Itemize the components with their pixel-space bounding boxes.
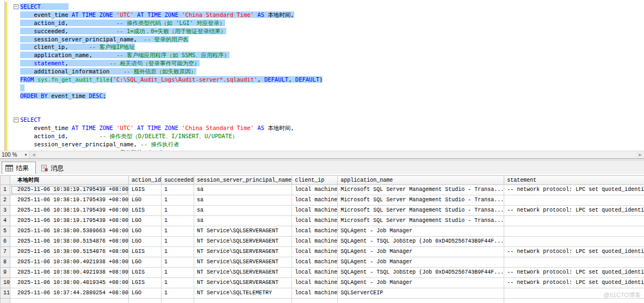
grid-corner-header[interactable] <box>1 176 10 185</box>
grid-cell-action_id[interactable]: LGIS <box>129 278 162 288</box>
grid-cell-time[interactable]: 2025-11-06 10:38:19.1795439 +08:00 <box>10 206 129 216</box>
grid-cell-application_name[interactable]: SQLServerCEIP <box>338 288 504 299</box>
row-number[interactable] <box>1 299 10 303</box>
grid-cell-action_id[interactable]: LGO <box>129 237 162 247</box>
row-number[interactable]: 5 <box>1 226 10 237</box>
grid-cell-client_ip[interactable]: local machine <box>292 206 338 216</box>
grid-cell-statement[interactable] <box>504 237 644 247</box>
grid-cell-session[interactable] <box>194 299 292 303</box>
row-number[interactable]: 8 <box>1 257 10 268</box>
grid-cell-session[interactable]: sa <box>194 185 292 195</box>
column-header-time[interactable]: 本地时间 <box>10 176 129 185</box>
grid-cell-statement[interactable] <box>504 257 644 268</box>
sql-code[interactable]: −SELECT event_time AT TIME ZONE 'UTC' AT… <box>20 3 323 151</box>
row-number[interactable]: 2 <box>1 195 10 206</box>
grid-cell-succeeded[interactable]: 1 <box>162 288 194 299</box>
column-header-client_ip[interactable]: client_ip <box>292 176 338 185</box>
scroll-right-icon[interactable]: ▶ <box>636 151 644 158</box>
grid-cell-action_id[interactable]: LGIS <box>129 268 162 278</box>
column-header-action_id[interactable]: action_id <box>129 176 162 185</box>
grid-cell-action_id[interactable]: LGO <box>129 288 162 299</box>
grid-cell-application_name[interactable]: Microsoft SQL Server Management Studio -… <box>338 185 504 195</box>
row-number[interactable]: 1 <box>1 185 10 195</box>
grid-cell-time[interactable] <box>10 299 129 303</box>
grid-cell-statement[interactable] <box>504 195 644 206</box>
grid-cell-action_id[interactable]: LGIS <box>129 206 162 216</box>
grid-cell-succeeded[interactable] <box>162 299 194 303</box>
grid-cell-client_ip[interactable]: local machine <box>292 237 338 247</box>
grid-cell-succeeded[interactable]: 1 <box>162 195 194 206</box>
grid-cell-session[interactable]: NT Service\SQLSERVERAGENT <box>194 226 292 237</box>
grid-cell-statement[interactable] <box>504 216 644 226</box>
row-number[interactable]: 11 <box>1 288 10 299</box>
column-header-succeeded[interactable]: succeeded <box>162 176 194 185</box>
grid-cell-succeeded[interactable]: 1 <box>162 185 194 195</box>
grid-cell-session[interactable]: sa <box>194 206 292 216</box>
fold-collapse-icon[interactable]: − <box>14 4 18 9</box>
grid-cell-session[interactable]: NT Service\SQLSERVERAGENT <box>194 268 292 278</box>
grid-cell-application_name[interactable]: SQLAgent - Job Manager <box>338 247 504 257</box>
grid-cell-time[interactable]: 2025-11-06 10:38:00.4819345 +08:00 <box>10 278 129 288</box>
grid-cell-client_ip[interactable]: local machine <box>292 185 338 195</box>
grid-cell-session[interactable]: sa <box>194 216 292 226</box>
grid-cell-succeeded[interactable]: 1 <box>162 206 194 216</box>
grid-cell-client_ip[interactable]: local machine <box>292 216 338 226</box>
grid-cell-application_name[interactable] <box>338 299 504 303</box>
grid-cell-action_id[interactable]: LGO <box>129 216 162 226</box>
grid-cell-application_name[interactable]: SQLAgent - TSQL JobStep (Job 0xD4D525674… <box>338 268 504 278</box>
grid-cell-session[interactable]: NT Service\SQLSERVERAGENT <box>194 237 292 247</box>
grid-cell-action_id[interactable]: LGO <box>129 226 162 237</box>
grid-cell-application_name[interactable]: Microsoft SQL Server Management Studio -… <box>338 206 504 216</box>
row-number[interactable]: 10 <box>1 278 10 288</box>
grid-cell-application_name[interactable]: SQLAgent - Job Manager <box>338 226 504 237</box>
grid-cell-time[interactable]: 2025-11-06 10:38:19.1795439 +08:00 <box>10 195 129 206</box>
grid-cell-statement[interactable]: -- network protocol: LPC set quoted_iden… <box>504 278 644 288</box>
tab-results[interactable]: 结果 <box>2 162 36 174</box>
grid-cell-action_id[interactable]: LGIS <box>129 247 162 257</box>
grid-cell-succeeded[interactable]: 1 <box>162 237 194 247</box>
grid-cell-succeeded[interactable]: 1 <box>162 216 194 226</box>
grid-cell-application_name[interactable]: SQLAgent - Job Manager <box>338 278 504 288</box>
column-header-statement[interactable]: statement <box>504 176 644 185</box>
grid-cell-time[interactable]: 2025-11-06 10:38:00.5389663 +08:00 <box>10 226 129 237</box>
grid-cell-statement[interactable]: -- network protocol: LPC set quoted_iden… <box>504 247 644 257</box>
grid-cell-time[interactable]: 2025-11-06 10:38:00.5154876 +08:00 <box>10 247 129 257</box>
grid-cell-action_id[interactable] <box>129 299 162 303</box>
grid-cell-statement[interactable]: -- network protocol: LPC set quoted_iden… <box>504 185 644 195</box>
tab-messages[interactable]: 消息 <box>38 163 70 174</box>
column-header-session[interactable]: session_server_principal_name <box>194 176 292 185</box>
grid-cell-action_id[interactable]: LGO <box>129 257 162 268</box>
grid-cell-statement[interactable]: -- network protocol: LPC set quoted_iden… <box>504 206 644 216</box>
row-number[interactable]: 6 <box>1 237 10 247</box>
row-number[interactable]: 9 <box>1 268 10 278</box>
editor-horizontal-scrollbar[interactable]: ◀ ▶ <box>30 151 644 158</box>
grid-cell-statement[interactable]: -- network protocol: LPC set quoted_iden… <box>504 268 644 278</box>
grid-cell-application_name[interactable]: SQLAgent - TSQL JobStep (Job 0xD4D525674… <box>338 237 504 247</box>
grid-cell-client_ip[interactable]: local machine <box>292 247 338 257</box>
grid-cell-time[interactable]: 2025-11-06 10:38:00.5154876 +08:00 <box>10 237 129 247</box>
grid-cell-client_ip[interactable]: local machine <box>292 195 338 206</box>
grid-cell-time[interactable]: 2025-11-06 10:38:00.4921938 +08:00 <box>10 257 129 268</box>
grid-cell-succeeded[interactable]: 1 <box>162 257 194 268</box>
row-number[interactable]: 3 <box>1 206 10 216</box>
grid-cell-application_name[interactable]: Microsoft SQL Server Management Studio -… <box>338 195 504 206</box>
grid-cell-action_id[interactable]: LGIS <box>129 185 162 195</box>
grid-cell-client_ip[interactable]: local machine <box>292 226 338 237</box>
grid-cell-action_id[interactable]: LGO <box>129 195 162 206</box>
grid-cell-session[interactable]: NT Service\SQLSERVERAGENT <box>194 247 292 257</box>
grid-cell-session[interactable]: NT Service\SQLTELEMETRY <box>194 288 292 299</box>
grid-cell-succeeded[interactable]: 1 <box>162 226 194 237</box>
scroll-left-icon[interactable]: ◀ <box>30 151 38 158</box>
grid-cell-client_ip[interactable]: local machine <box>292 278 338 288</box>
grid-cell-succeeded[interactable]: 1 <box>162 268 194 278</box>
grid-cell-client_ip[interactable] <box>292 299 338 303</box>
grid-cell-succeeded[interactable]: 1 <box>162 278 194 288</box>
grid-cell-client_ip[interactable]: local machine <box>292 268 338 278</box>
scrollbar-track[interactable] <box>38 151 636 158</box>
row-number[interactable]: 7 <box>1 247 10 257</box>
grid-cell-client_ip[interactable]: local machine <box>292 288 338 299</box>
editor-zoom-select[interactable]: 100 % ▼ <box>0 151 30 158</box>
grid-cell-application_name[interactable]: SQLAgent - Job Manager <box>338 257 504 268</box>
grid-cell-time[interactable]: 2025-11-06 10:38:00.4921938 +08:00 <box>10 268 129 278</box>
row-number[interactable]: 4 <box>1 216 10 226</box>
